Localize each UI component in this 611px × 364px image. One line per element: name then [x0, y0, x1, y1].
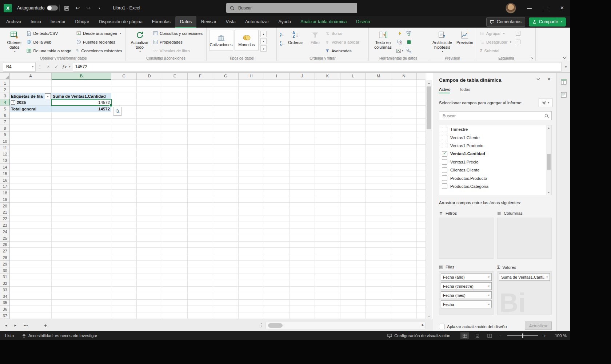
expand-formula-bar-button[interactable]: ▾	[562, 65, 570, 69]
redo-button[interactable]: ↪	[83, 3, 94, 13]
share-button[interactable]: Compartir ▾	[529, 17, 566, 27]
excel-logo-icon[interactable]: X	[4, 4, 12, 12]
row-header-34[interactable]: 34	[0, 293, 10, 300]
data-validation-button[interactable]: ▾	[395, 46, 404, 55]
recent-sources-button[interactable]: Fuentes recientes	[75, 38, 123, 46]
update-button-disabled[interactable]: Actualizar	[525, 321, 552, 330]
field-item-clientes-cliente[interactable]: Clientes.Cliente	[439, 166, 547, 174]
row-header-2[interactable]: 2	[0, 86, 10, 93]
confirm-entry-button[interactable]: ✓	[52, 62, 60, 71]
gallery-more-icon[interactable]: ▾	[260, 45, 267, 52]
filter-button[interactable]: Filtro	[306, 28, 324, 45]
flash-fill-button[interactable]	[395, 29, 404, 37]
scroll-down-icon[interactable]: ▼	[546, 190, 551, 195]
field-item-productos-producto[interactable]: Productos.Producto	[439, 174, 547, 182]
row-header-7[interactable]: 7	[0, 119, 10, 125]
zoom-slider-thumb[interactable]	[522, 333, 523, 338]
row-header-8[interactable]: 8	[0, 125, 10, 132]
cell-A3[interactable]: Etiquetas de fila ▾	[10, 93, 52, 99]
ribbon-tab-f-rmulas[interactable]: Fórmulas	[147, 16, 175, 28]
tab-active-fields[interactable]: Activo	[439, 87, 450, 93]
from-web-button[interactable]: De la web	[25, 38, 75, 46]
row-header-14[interactable]: 14	[0, 164, 10, 170]
row-header-31[interactable]: 31	[0, 274, 10, 280]
field-item-ventas1-cantidad[interactable]: ✓Ventas1.Cantidad	[439, 150, 547, 158]
panel-close-icon[interactable]: ×	[547, 76, 551, 82]
ribbon-tab-automatizar[interactable]: Automatizar	[240, 16, 274, 28]
expand-item-button[interactable]: +	[11, 100, 15, 105]
row-header-5[interactable]: 5	[0, 106, 10, 112]
sheet-prev-icon[interactable]: ◂	[5, 323, 7, 328]
stocks-button[interactable]: Cotizaciones	[209, 30, 233, 51]
defer-layout-checkbox[interactable]	[439, 324, 444, 329]
search-input[interactable]	[237, 5, 354, 11]
ribbon-tab-archivo[interactable]: Archivo	[1, 16, 26, 28]
rows-drop-zone[interactable]: Fecha (año)▾Fecha (trimestre)▾Fecha (mes…	[439, 271, 494, 315]
gallery-down-icon[interactable]: ▾	[260, 38, 267, 44]
field-search-box[interactable]	[439, 111, 552, 120]
pane-switch-fields-button[interactable]	[559, 77, 568, 86]
field-item-trimestre[interactable]: Trimestre	[439, 125, 547, 133]
ribbon-tab-analizar-tabla-din-mica[interactable]: Analizar tabla dinámica	[296, 16, 351, 28]
reapply-filter-button[interactable]: Volver a aplicar	[324, 38, 360, 46]
sort-descending-button[interactable]: ZA↓	[279, 39, 285, 48]
column-header-E[interactable]: E	[162, 73, 188, 80]
row-header-23[interactable]: 23	[0, 222, 10, 228]
accessibility-status[interactable]: Accesibilidad: es necesario investigar	[22, 333, 97, 338]
sort-button[interactable]: AZ↓ Ordenar	[285, 28, 306, 45]
row-header-11[interactable]: 11	[0, 145, 10, 151]
checkbox-ventas1-producto[interactable]	[442, 143, 447, 148]
autosave-control[interactable]: Autoguardado	[17, 5, 58, 11]
column-header-N[interactable]: N	[391, 73, 417, 80]
row-header-29[interactable]: 29	[0, 261, 10, 267]
row-header-15[interactable]: 15	[0, 170, 10, 177]
field-list-scrollbar[interactable]: ▲ ▼	[546, 125, 551, 195]
field-list-scroll-thumb[interactable]	[547, 154, 551, 170]
ungroup-button[interactable]: Desagrupar ▾	[479, 38, 512, 46]
row-header-9[interactable]: 9	[0, 132, 10, 138]
save-button[interactable]	[61, 3, 72, 13]
ribbon-tab-dibujar[interactable]: Dibujar	[70, 16, 94, 28]
row-header-24[interactable]: 24	[0, 228, 10, 235]
values-field-suma-de-ventas1-canti[interactable]: Suma de Ventas1.Canti...▾	[499, 273, 550, 281]
ribbon-tab-vista[interactable]: Vista	[221, 16, 240, 28]
scroll-up-icon[interactable]: ▲	[426, 80, 432, 86]
avatar[interactable]	[506, 3, 516, 13]
ribbon-tab-inicio[interactable]: Inicio	[26, 16, 46, 28]
ribbon-tab-insertar[interactable]: Insertar	[46, 16, 71, 28]
row-header-4[interactable]: 4	[0, 99, 10, 106]
queries-connections-button[interactable]: Consultas y conexiones	[152, 29, 204, 37]
zoom-in-button[interactable]: +	[542, 333, 548, 339]
checkbox-ventas1-cantidad[interactable]: ✓	[442, 151, 447, 157]
grid-body[interactable]: Etiquetas de fila ▾ Suma de Ventas1.Cant…	[10, 80, 426, 319]
row-header-17[interactable]: 17	[0, 183, 10, 190]
ribbon-tab-revisar[interactable]: Revisar	[196, 16, 221, 28]
cell-B4-selected[interactable]: 14572	[52, 99, 111, 106]
field-item-productos-categoria[interactable]: Productos.Categoria	[439, 182, 547, 190]
row-header-32[interactable]: 32	[0, 280, 10, 287]
filters-drop-zone[interactable]	[439, 218, 494, 259]
select-all-corner[interactable]	[0, 73, 10, 80]
row-header-1[interactable]: 1	[0, 80, 10, 86]
ribbon-tab-disposici-n-de-p-gina[interactable]: Disposición de página	[94, 16, 147, 28]
column-header-G[interactable]: G	[213, 73, 239, 80]
row-header-13[interactable]: 13	[0, 157, 10, 164]
checkbox-trimestre[interactable]	[442, 127, 447, 132]
row-header-27[interactable]: 27	[0, 248, 10, 254]
what-if-analysis-button[interactable]: ? Análisis de hipótesis ▾	[430, 28, 455, 54]
from-table-range-button[interactable]: De una tabla o rango	[25, 46, 75, 55]
group-button[interactable]: Agrupar ▾	[479, 29, 512, 37]
row-header-30[interactable]: 30	[0, 267, 10, 274]
search-box[interactable]	[226, 3, 357, 13]
manage-data-model-button[interactable]	[404, 38, 413, 46]
zoom-slider[interactable]	[507, 335, 538, 336]
insert-function-button[interactable]: ƒx	[60, 62, 68, 71]
from-text-csv-button[interactable]: De texto/CSV	[25, 29, 75, 37]
values-drop-zone[interactable]: Suma de Ventas1.Canti...▾	[497, 271, 552, 315]
comments-button[interactable]: Comentarios	[486, 17, 525, 27]
checkbox-ventas1-cliente[interactable]	[442, 135, 447, 140]
row-header-33[interactable]: 33	[0, 287, 10, 293]
formula-input-area[interactable]	[73, 62, 562, 72]
advanced-filter-button[interactable]: Avanzadas	[324, 46, 360, 55]
from-image-button[interactable]: Desde una imagen ▾	[75, 29, 123, 37]
